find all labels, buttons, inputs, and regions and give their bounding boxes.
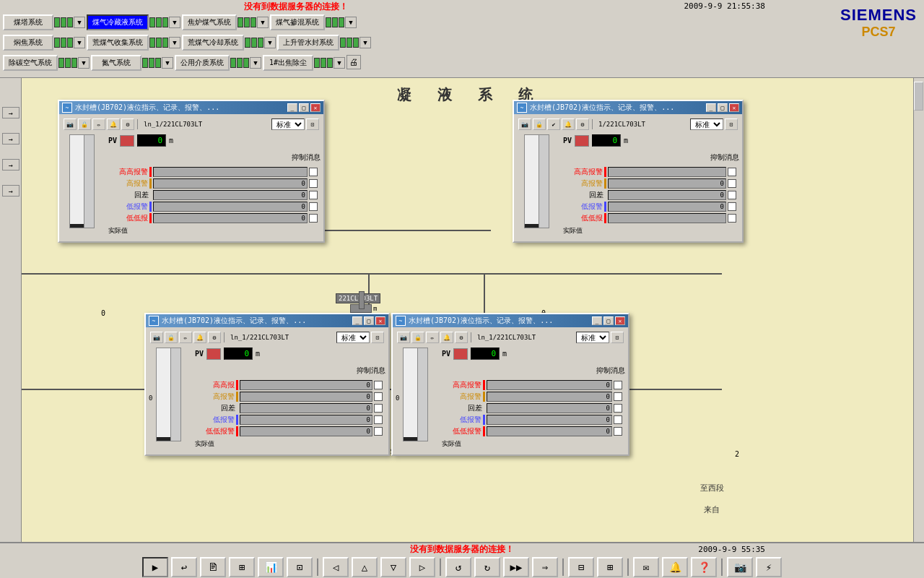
- nav-btn-coal-tower[interactable]: 煤塔系统: [3, 14, 53, 30]
- dlg2-tb-checkmark[interactable]: ✔: [547, 118, 560, 130]
- dlg4-tb-alarm[interactable]: 🔔: [440, 332, 453, 343]
- dlg3-tb-alarm[interactable]: 🔔: [193, 332, 206, 343]
- dlg1-alarm-hi-check[interactable]: [309, 179, 318, 188]
- dlg2-alarm-hh-check[interactable]: [728, 168, 736, 176]
- tb-btn-up[interactable]: △: [352, 557, 378, 577]
- dlg3-mode-select[interactable]: 标准: [336, 332, 370, 343]
- arrow-down-11[interactable]: ▼: [250, 57, 261, 69]
- nav-btn-gas-cool[interactable]: 煤气冷藏液系统: [87, 14, 149, 30]
- dialog-4-close[interactable]: ✕: [615, 316, 625, 325]
- tb-btn-help[interactable]: ❓: [691, 557, 717, 577]
- nav-btn-smolder[interactable]: 焖焦系统: [3, 35, 53, 51]
- tb-btn-mail[interactable]: ✉: [633, 557, 659, 577]
- tb-btn-arrow[interactable]: ⇒: [532, 557, 558, 577]
- dlg2-alarm-hi-check[interactable]: [728, 179, 736, 188]
- dialog-3-close[interactable]: ✕: [375, 316, 385, 325]
- dlg4-alarm-ll-check[interactable]: [614, 427, 622, 436]
- tb-btn-down[interactable]: ▽: [380, 557, 406, 577]
- nav-btn-utility[interactable]: 公用介质系统: [175, 55, 230, 71]
- nav-btn-decarb[interactable]: 除碳空气系统: [3, 55, 58, 71]
- arrow-down-7[interactable]: ▼: [264, 37, 276, 48]
- dlg2-tb-config[interactable]: ⚙: [576, 118, 589, 130]
- tb-btn-prev[interactable]: ◁: [323, 557, 349, 577]
- dlg1-tb-camera[interactable]: 📷: [64, 118, 77, 130]
- tb-btn-play[interactable]: ▶: [142, 557, 168, 577]
- dialog-3-maximize[interactable]: □: [364, 316, 374, 325]
- right-scrollbar[interactable]: [913, 78, 924, 542]
- dlg1-tb-config[interactable]: ⚙: [121, 118, 134, 130]
- dlg3-alarm-hh-check[interactable]: [374, 381, 383, 389]
- dlg4-tb-detail[interactable]: ⊡: [611, 332, 624, 343]
- dlg4-mode-select[interactable]: 标准: [576, 332, 609, 343]
- arrow-down-5[interactable]: ▼: [74, 37, 85, 48]
- sidebar-arrow-4[interactable]: →: [2, 185, 19, 197]
- dlg3-tb-camera[interactable]: 📷: [150, 332, 163, 343]
- dialog-3-titlebar[interactable]: ~ 水封槽(JB702)液位指示、记录、报警、... _ □ ✕: [146, 314, 388, 327]
- dialog-1-close[interactable]: ✕: [310, 103, 321, 112]
- arrow-down-1[interactable]: ▼: [74, 17, 85, 28]
- dialog-2-titlebar[interactable]: ~ 水封槽(JB702)液位指示、记录、报警、... _ □ ✕: [514, 101, 742, 114]
- tb-btn-refresh1[interactable]: ↺: [445, 557, 471, 577]
- dialog-1-minimize[interactable]: _: [287, 103, 297, 112]
- dialog-2-close[interactable]: ✕: [729, 103, 739, 112]
- dialog-1-titlebar[interactable]: ~ 水封槽(JB702)液位指示、记录、报警、... _ □ ✕: [59, 101, 323, 114]
- dlg1-alarm-hh-check[interactable]: [309, 168, 318, 176]
- dlg4-tb-edit[interactable]: ✏: [426, 332, 439, 343]
- arrow-down-10[interactable]: ▼: [162, 57, 173, 69]
- dlg2-tb-alarm[interactable]: 🔔: [562, 118, 575, 130]
- sidebar-arrow-1[interactable]: →: [2, 107, 19, 118]
- dialog-2-maximize[interactable]: □: [718, 103, 728, 112]
- dlg3-tb-detail[interactable]: ⊡: [371, 332, 384, 343]
- dialog-2-minimize[interactable]: _: [706, 103, 716, 112]
- nav-btn-crude-collect[interactable]: 荒煤气收集系统: [87, 35, 149, 51]
- arrow-down-6[interactable]: ▼: [169, 37, 180, 48]
- arrow-down-4[interactable]: ▼: [345, 17, 357, 28]
- tb-btn-box[interactable]: ⊡: [287, 557, 313, 577]
- dlg3-alarm-hi-check[interactable]: [374, 392, 383, 401]
- dlg1-mode-select[interactable]: 标准: [271, 118, 305, 130]
- scroll-thumb[interactable]: [914, 82, 923, 111]
- sidebar-arrow-2[interactable]: →: [2, 133, 19, 144]
- dlg2-mode-select[interactable]: 标准: [690, 118, 723, 130]
- dialog-4-maximize[interactable]: □: [603, 316, 614, 325]
- dlg3-alarm-ll-check[interactable]: [374, 427, 383, 436]
- tb-btn-next[interactable]: ▷: [409, 557, 435, 577]
- print-icon[interactable]: 🖨: [346, 55, 361, 69]
- dlg2-alarm-lo-check[interactable]: [728, 202, 736, 211]
- tb-btn-minus[interactable]: ⊟: [568, 557, 594, 577]
- nav-btn-gas-mix[interactable]: 煤气掺混系统: [270, 14, 325, 30]
- dlg4-tb-lock[interactable]: 🔒: [411, 332, 424, 343]
- arrow-down-3[interactable]: ▼: [257, 17, 269, 28]
- sidebar-arrow-3[interactable]: →: [2, 159, 19, 171]
- dlg4-alarm-lo-check[interactable]: [614, 415, 622, 424]
- nav-btn-nitrogen[interactable]: 氮气系统: [91, 55, 141, 71]
- dlg2-alarm-diff-check[interactable]: [728, 191, 736, 199]
- tb-btn-grid[interactable]: ⊞: [229, 557, 255, 577]
- tb-btn-plus[interactable]: ⊞: [597, 557, 623, 577]
- dlg4-alarm-hh-check[interactable]: [614, 381, 622, 389]
- dlg1-alarm-diff-check[interactable]: [309, 191, 318, 199]
- dialog-4-minimize[interactable]: _: [592, 316, 602, 325]
- dialog-1-maximize[interactable]: □: [299, 103, 309, 112]
- tb-btn-chart[interactable]: 📊: [258, 557, 284, 577]
- tb-btn-lightning[interactable]: ⚡: [756, 557, 782, 577]
- dlg2-tb-detail[interactable]: ⊡: [725, 118, 738, 130]
- arrow-down-12[interactable]: ▼: [334, 57, 345, 69]
- dialog-4-titlebar[interactable]: ~ 水封槽(JB702)液位指示、记录、报警、... _ □ ✕: [393, 314, 628, 327]
- tb-btn-back[interactable]: ↩: [171, 557, 197, 577]
- dlg2-alarm-ll-check[interactable]: [728, 214, 736, 223]
- dlg1-tb-lock[interactable]: 🔒: [78, 118, 91, 130]
- dlg3-tb-edit[interactable]: ✏: [179, 332, 192, 343]
- dlg4-alarm-hi-check[interactable]: [614, 392, 622, 401]
- dlg4-tb-config[interactable]: ⚙: [455, 332, 468, 343]
- dlg3-tb-config[interactable]: ⚙: [208, 332, 221, 343]
- dlg1-alarm-lo-check[interactable]: [309, 202, 318, 211]
- dlg2-tb-lock[interactable]: 🔒: [533, 118, 546, 130]
- dlg1-alarm-ll-check[interactable]: [309, 214, 318, 223]
- arrow-down-8[interactable]: ▼: [359, 37, 371, 48]
- nav-btn-riser-seal[interactable]: 上升管水封系统: [277, 35, 339, 51]
- tb-btn-forward[interactable]: ▶▶: [503, 557, 529, 577]
- nav-btn-coke-gas[interactable]: 焦炉煤气系统: [182, 14, 237, 30]
- dlg4-alarm-diff-check[interactable]: [614, 404, 622, 413]
- dlg4-tb-camera[interactable]: 📷: [397, 332, 410, 343]
